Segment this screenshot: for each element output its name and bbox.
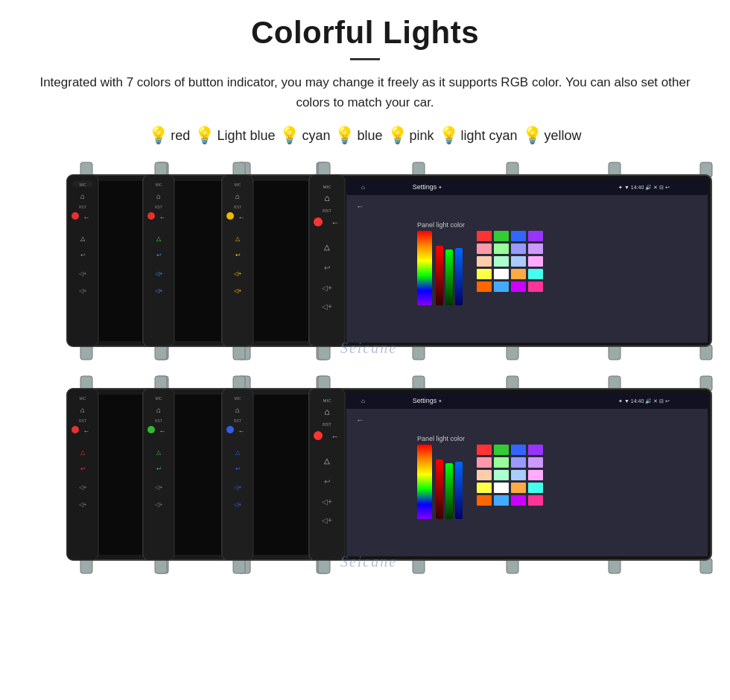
svg-rect-101 xyxy=(511,281,526,292)
svg-text:RST: RST xyxy=(155,205,162,209)
svg-text:△: △ xyxy=(235,235,241,242)
svg-text:⌂: ⌂ xyxy=(235,406,240,414)
svg-text:MIC: MIC xyxy=(234,396,241,401)
svg-text:←: ← xyxy=(83,427,90,435)
svg-point-27 xyxy=(147,212,155,220)
svg-rect-197 xyxy=(528,470,543,480)
svg-rect-81 xyxy=(445,249,453,305)
svg-rect-100 xyxy=(494,281,509,292)
svg-rect-90 xyxy=(528,244,543,254)
svg-rect-88 xyxy=(494,244,509,254)
device-unit-b4-main: MIC ⌂ RST ← △ ↩ ◁+ ◁+ ⌂ Settings ✦ ✦ ▼ 1… xyxy=(309,376,712,573)
svg-text:△: △ xyxy=(80,235,86,242)
svg-text:←: ← xyxy=(356,416,364,424)
top-row-wrapper: MIC ⌂ RST ← △ ↩ ◁+ ◁+ xyxy=(22,160,715,368)
svg-rect-185 xyxy=(455,462,463,519)
svg-text:RST: RST xyxy=(234,205,241,209)
svg-text:↩: ↩ xyxy=(324,477,330,486)
color-item-cyan: 💡 cyan xyxy=(279,126,330,145)
pink-bulb-icon: 💡 xyxy=(387,126,407,145)
svg-text:←: ← xyxy=(159,427,166,435)
svg-rect-194 xyxy=(477,470,492,480)
svg-text:◁+: ◁+ xyxy=(79,287,87,294)
svg-text:⌂: ⌂ xyxy=(156,406,161,414)
svg-point-64 xyxy=(314,217,323,226)
svg-rect-93 xyxy=(511,256,526,267)
svg-rect-126 xyxy=(143,389,174,560)
svg-rect-203 xyxy=(494,495,509,506)
svg-text:⌂: ⌂ xyxy=(324,193,329,203)
svg-text:⌂: ⌂ xyxy=(156,192,161,200)
svg-rect-23 xyxy=(143,175,174,346)
svg-text:◁+: ◁+ xyxy=(322,302,332,311)
svg-text:◁+: ◁+ xyxy=(234,270,242,277)
svg-text:◁+: ◁+ xyxy=(79,484,87,491)
svg-text:↩: ↩ xyxy=(235,465,241,472)
svg-text:RST: RST xyxy=(323,422,331,427)
svg-rect-202 xyxy=(477,495,492,506)
bottom-row-svg: MIC ⌂ RST ← △ ↩ ◁+ ◁+ xyxy=(22,374,715,579)
svg-text:◁+: ◁+ xyxy=(322,516,332,524)
svg-text:←: ← xyxy=(356,202,364,211)
svg-text:Settings: Settings xyxy=(413,183,437,191)
svg-text:MIC: MIC xyxy=(79,182,86,187)
svg-point-146 xyxy=(226,426,234,433)
svg-rect-95 xyxy=(477,269,492,279)
svg-rect-205 xyxy=(528,495,543,506)
svg-text:↩: ↩ xyxy=(80,252,86,258)
svg-rect-182 xyxy=(417,445,432,519)
yellow-label: yellow xyxy=(545,128,582,144)
svg-text:✦: ✦ xyxy=(438,398,442,404)
color-item-lightblue: 💡 Light blue xyxy=(194,126,275,145)
page-description: Integrated with 7 colors of button indic… xyxy=(22,72,708,112)
svg-rect-179 xyxy=(346,409,708,556)
svg-rect-86 xyxy=(528,231,543,241)
svg-rect-142 xyxy=(222,389,253,560)
svg-text:←: ← xyxy=(331,432,340,441)
lightblue-bulb-icon: 💡 xyxy=(194,126,215,145)
svg-text:RST: RST xyxy=(79,205,86,209)
svg-text:◁+: ◁+ xyxy=(155,484,163,491)
svg-point-11 xyxy=(72,212,79,220)
red-label: red xyxy=(171,128,190,144)
svg-rect-196 xyxy=(511,470,526,480)
svg-text:RST: RST xyxy=(323,209,331,213)
svg-text:⌂: ⌂ xyxy=(80,192,85,200)
title-divider xyxy=(350,58,380,60)
blue-bulb-icon: 💡 xyxy=(334,126,355,145)
svg-text:◁+: ◁+ xyxy=(234,484,242,491)
color-item-red: 💡 red xyxy=(148,126,190,145)
svg-rect-99 xyxy=(477,281,492,292)
svg-text:△: △ xyxy=(324,456,330,465)
svg-text:←: ← xyxy=(159,214,166,221)
svg-rect-183 xyxy=(436,459,443,519)
svg-rect-6 xyxy=(67,175,98,346)
svg-text:◁+: ◁+ xyxy=(155,270,163,277)
svg-rect-97 xyxy=(511,269,526,279)
svg-rect-39 xyxy=(222,175,253,346)
svg-rect-200 xyxy=(511,483,526,493)
svg-text:RST: RST xyxy=(79,419,86,423)
svg-point-130 xyxy=(147,426,155,433)
svg-text:←: ← xyxy=(238,214,245,221)
svg-rect-195 xyxy=(494,470,509,480)
svg-text:⌂: ⌂ xyxy=(361,398,365,404)
devices-area: MIC ⌂ RST ← △ ↩ ◁+ ◁+ xyxy=(22,160,715,582)
lightcyan-label: light cyan xyxy=(461,128,518,144)
svg-text:RST: RST xyxy=(234,419,241,423)
svg-text:RST: RST xyxy=(155,419,162,423)
svg-rect-83 xyxy=(477,231,492,241)
svg-text:←: ← xyxy=(238,427,245,435)
blue-label: blue xyxy=(357,128,382,144)
svg-text:MIC: MIC xyxy=(155,396,162,401)
svg-text:◁+: ◁+ xyxy=(155,287,163,294)
svg-text:Panel light color: Panel light color xyxy=(417,221,465,229)
svg-rect-191 xyxy=(494,457,509,468)
svg-text:✦: ✦ xyxy=(438,185,442,190)
svg-rect-199 xyxy=(494,483,509,493)
svg-rect-190 xyxy=(477,457,492,468)
svg-rect-189 xyxy=(528,445,543,455)
svg-rect-76 xyxy=(346,195,708,343)
svg-rect-184 xyxy=(445,463,453,519)
svg-text:⌂: ⌂ xyxy=(235,192,240,200)
